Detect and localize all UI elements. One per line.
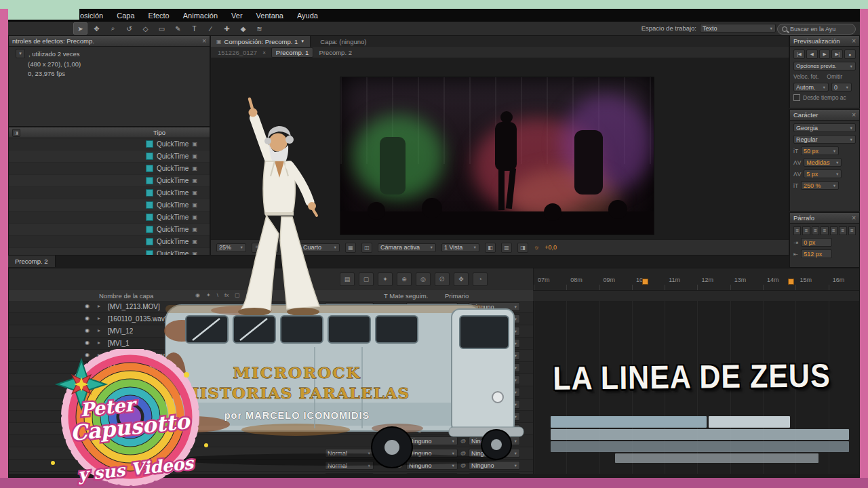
visibility-eye-icon[interactable]: ◉ <box>85 340 90 346</box>
tool-icon[interactable]: ◇ <box>138 22 153 35</box>
kerning-field[interactable]: Medidas▼ <box>804 158 842 167</box>
project-item-row[interactable]: QuickTime ▣ <box>9 248 210 256</box>
menu-item[interactable]: Animación <box>183 12 218 20</box>
frame-rate-dropdown[interactable]: Autom.▼ <box>793 83 829 92</box>
type-column-header[interactable]: Tipo <box>153 129 165 136</box>
clip-thumbnail-block[interactable] <box>551 416 707 428</box>
clip-thumbnail-block[interactable] <box>615 453 818 463</box>
clip-thumbnail-block[interactable] <box>551 441 849 452</box>
timeline-tool-icon[interactable]: ✥ <box>454 272 469 286</box>
subtab-precomp2[interactable]: Precomp. 2 <box>319 49 352 56</box>
help-search-input[interactable]: Buscar en la Ayu <box>777 24 856 35</box>
clip-thumbnail-block[interactable] <box>709 416 790 428</box>
tool-icon[interactable]: ▭ <box>155 22 169 35</box>
twirl-chevron-icon[interactable]: ▸ <box>98 303 100 309</box>
workspace-dropdown[interactable]: Texto▼ <box>700 24 776 33</box>
close-icon[interactable]: × <box>852 111 856 119</box>
tool-icon[interactable]: ✎ <box>171 22 185 35</box>
align-button[interactable]: ≡ <box>830 226 837 235</box>
transport-button[interactable]: ● <box>844 49 856 59</box>
transport-button[interactable]: ▶ <box>819 49 831 59</box>
timeline-tool-icon[interactable]: ∅ <box>435 272 450 286</box>
tool-icon[interactable]: T <box>187 22 201 35</box>
close-icon[interactable]: × <box>852 214 856 222</box>
menu-item[interactable]: Efecto <box>149 12 170 20</box>
project-item-row[interactable]: QuickTime ▣ <box>9 175 210 187</box>
snapshot-icon[interactable]: ◫ <box>361 243 372 253</box>
font-style-dropdown[interactable]: Regular▼ <box>793 135 856 144</box>
composition-marker-2[interactable] <box>788 279 794 285</box>
menu-item[interactable]: Ayuda <box>297 12 318 20</box>
timeline-tool-icon[interactable]: ◎ <box>416 272 431 286</box>
timeline-tool-icon[interactable]: ▢ <box>359 272 374 286</box>
align-button[interactable]: ≡ <box>802 226 810 235</box>
indent-field[interactable]: 0 px <box>801 238 832 247</box>
layer-name-header[interactable]: Nombre de la capa <box>99 292 153 300</box>
tool-icon[interactable]: ➤ <box>73 22 87 35</box>
tool-icon[interactable]: ◆ <box>236 22 250 35</box>
timeline-tab[interactable]: Precomp. 2 <box>8 256 56 267</box>
project-item-row[interactable]: QuickTime ▣ <box>9 163 210 175</box>
project-item-row[interactable]: QuickTime ▣ <box>9 224 210 236</box>
align-button[interactable]: ≡ <box>848 226 856 235</box>
tool-icon[interactable]: ✥ <box>90 22 104 35</box>
layer-name[interactable]: [MVI_1 <box>108 340 130 347</box>
project-item-row[interactable]: QuickTime ▣ <box>9 199 210 211</box>
exposure-value[interactable]: +0,0 <box>545 244 557 251</box>
exposure-icon[interactable]: ☼ <box>534 244 539 251</box>
composition-marker[interactable] <box>642 279 648 285</box>
twirl-chevron-icon[interactable]: ▸ <box>98 340 100 346</box>
timeline-tool-icon[interactable]: ✦ <box>378 272 393 286</box>
project-item-row[interactable]: QuickTime ▣ <box>9 187 210 199</box>
menu-item[interactable]: Ventana <box>256 12 283 20</box>
close-icon[interactable]: × <box>852 37 856 45</box>
from-current-time-checkbox[interactable] <box>793 94 800 101</box>
layer-name[interactable]: [MVI_12 <box>108 327 133 335</box>
view-layout-dropdown[interactable]: 1 Vista▼ <box>441 243 479 252</box>
close-icon[interactable]: × <box>262 49 266 56</box>
spacing-field[interactable]: 512 px <box>801 249 832 258</box>
clip-thumbnail-block[interactable] <box>551 429 849 440</box>
subtab-dim[interactable]: 151226_0127 <box>218 49 257 56</box>
align-button[interactable]: ≡ <box>812 226 819 235</box>
menu-item[interactable]: Ver <box>231 12 243 20</box>
layer-name[interactable]: [MVI_1213.MOV] <box>108 303 160 310</box>
align-button[interactable]: ≡ <box>839 226 846 235</box>
vertical-scale-field[interactable]: 250 %▼ <box>801 181 839 190</box>
visibility-eye-icon[interactable]: ◉ <box>85 303 90 309</box>
font-family-dropdown[interactable]: Georgia▼ <box>793 123 856 132</box>
timeline-tool-icon[interactable]: ⊕ <box>397 272 412 286</box>
timeline-tool-icon[interactable]: ◔ <box>473 272 488 286</box>
preview-options-dropdown[interactable]: Opciones previs.▼ <box>793 62 856 70</box>
align-button[interactable]: ≡ <box>793 226 801 235</box>
visibility-eye-icon[interactable]: ◉ <box>85 315 90 321</box>
transport-button[interactable]: ◀ <box>806 49 818 59</box>
transport-button[interactable]: |◀ <box>793 49 805 59</box>
twirl-chevron-icon[interactable]: ▸ <box>98 327 100 333</box>
visibility-eye-icon[interactable]: ◉ <box>85 327 90 333</box>
time-ruler[interactable]: 07m08m09m10m11m12m13m14m15m16m <box>533 268 860 290</box>
pixel-aspect-icon[interactable]: ◧ <box>485 243 496 253</box>
project-item-row[interactable]: QuickTime ▣ <box>9 236 210 248</box>
tool-icon[interactable]: ⌕ <box>106 22 120 35</box>
tool-icon[interactable]: ∕ <box>203 22 218 35</box>
tracking-field[interactable]: 5 px▼ <box>804 169 842 178</box>
tab-composition[interactable]: ▣ Composición: Precomp. 1 ▼ <box>211 36 311 47</box>
timeline-graph-icon[interactable]: ▥ <box>501 243 512 253</box>
menu-item[interactable]: Capa <box>117 12 134 20</box>
align-button[interactable]: ≡ <box>821 226 828 235</box>
tool-icon[interactable]: ↺ <box>122 22 136 35</box>
font-size-field[interactable]: 50 px▼ <box>801 146 839 155</box>
subtab-precomp1[interactable]: Precomp. 1 <box>271 47 314 58</box>
close-icon[interactable]: × <box>202 37 206 45</box>
twirl-chevron-icon[interactable]: ▸ <box>98 315 100 321</box>
tab-layer[interactable]: Capa: (ninguno) <box>320 38 366 45</box>
tool-icon[interactable]: ≋ <box>252 22 267 35</box>
tool-icon[interactable]: ✚ <box>220 22 234 35</box>
transport-button[interactable]: ▶| <box>831 49 843 59</box>
camera-dropdown[interactable]: Cámara activa▼ <box>378 243 436 252</box>
project-item-row[interactable]: QuickTime ▣ <box>9 138 210 150</box>
project-item-row[interactable]: QuickTime ▣ <box>9 211 210 224</box>
channels-icon[interactable]: ◨ <box>517 243 528 253</box>
menu-item[interactable]: osición <box>80 12 103 20</box>
